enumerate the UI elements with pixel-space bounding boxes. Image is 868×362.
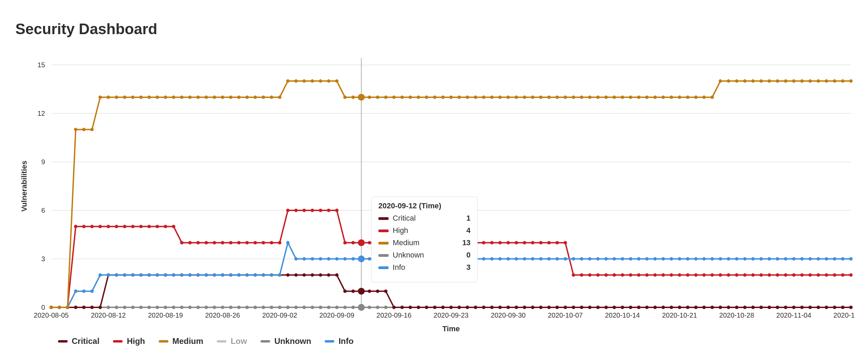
series-dot[interactable] (262, 306, 265, 309)
series-dot[interactable] (229, 306, 233, 309)
series-dot[interactable] (564, 306, 567, 309)
series-dot[interactable] (343, 306, 347, 309)
series-dot[interactable] (392, 306, 396, 309)
series-dot[interactable] (751, 79, 755, 83)
series-dot[interactable] (107, 96, 110, 99)
series-dot[interactable] (131, 96, 135, 99)
series-dot[interactable] (816, 257, 820, 261)
series-dot[interactable] (629, 257, 632, 261)
chart-svg[interactable]: 036912152020-08-052020-08-122020-08-1920… (17, 55, 854, 352)
series-dot[interactable] (172, 96, 175, 99)
series-dot[interactable] (653, 257, 657, 261)
series-dot[interactable] (335, 79, 338, 83)
series-dot[interactable] (115, 225, 118, 228)
series-dot[interactable] (351, 241, 355, 245)
series-dot[interactable] (294, 257, 298, 261)
series-dot[interactable] (392, 96, 396, 99)
series-dot[interactable] (303, 273, 306, 277)
series-dot[interactable] (343, 96, 347, 99)
series-dot[interactable] (686, 273, 689, 277)
series-dot[interactable] (246, 306, 249, 309)
series-dot[interactable] (604, 96, 608, 99)
series-dot[interactable] (82, 290, 86, 293)
series-dot[interactable] (368, 96, 371, 99)
series-dot[interactable] (702, 257, 706, 261)
series-dot[interactable] (180, 96, 183, 99)
series-dot[interactable] (90, 306, 94, 309)
series-dot[interactable] (596, 273, 600, 277)
series-dot[interactable] (237, 96, 241, 99)
series-dot[interactable] (841, 306, 844, 309)
series-dot[interactable] (743, 306, 746, 309)
series-dot[interactable] (547, 241, 551, 245)
series-dot[interactable] (604, 306, 608, 309)
series-dot[interactable] (784, 257, 787, 261)
series-dot[interactable] (107, 225, 110, 228)
series-dot[interactable] (335, 306, 338, 309)
series-dot[interactable] (515, 241, 518, 245)
series-dot[interactable] (498, 306, 502, 309)
series-dot[interactable] (506, 257, 510, 261)
series-dot[interactable] (294, 306, 298, 309)
series-dot[interactable] (776, 273, 779, 277)
series-dot[interactable] (433, 96, 436, 99)
series-dot[interactable] (678, 273, 681, 277)
series-dot[interactable] (637, 96, 641, 99)
series-dot[interactable] (727, 79, 730, 83)
series-dot[interactable] (686, 257, 689, 261)
series-dot[interactable] (694, 96, 698, 99)
series-dot[interactable] (115, 96, 118, 99)
series-dot[interactable] (776, 306, 779, 309)
series-dot[interactable] (343, 257, 347, 261)
series-dot[interactable] (841, 273, 844, 277)
series-dot[interactable] (303, 209, 306, 212)
series-dot[interactable] (816, 306, 820, 309)
series-dot[interactable] (515, 96, 518, 99)
series-dot[interactable] (735, 257, 738, 261)
series-dot[interactable] (58, 306, 61, 309)
series-dot[interactable] (629, 306, 632, 309)
series-dot[interactable] (98, 273, 102, 277)
series-dot[interactable] (792, 273, 796, 277)
series-dot[interactable] (319, 257, 322, 261)
series-dot[interactable] (653, 96, 657, 99)
series-dot[interactable] (50, 306, 53, 309)
series-dot[interactable] (343, 290, 347, 293)
series-dot[interactable] (196, 241, 200, 245)
series-dot[interactable] (262, 241, 265, 245)
series-dot[interactable] (523, 241, 526, 245)
series-dot[interactable] (270, 306, 273, 309)
series-dot[interactable] (776, 257, 779, 261)
series-dot[interactable] (131, 273, 135, 277)
series-dot[interactable] (358, 288, 365, 295)
series-dot[interactable] (294, 209, 298, 212)
series-dot[interactable] (759, 306, 763, 309)
series-dot[interactable] (849, 306, 853, 309)
series-dot[interactable] (229, 96, 233, 99)
series-dot[interactable] (205, 241, 208, 245)
series-dot[interactable] (319, 209, 322, 212)
series-dot[interactable] (653, 273, 657, 277)
series-dot[interactable] (621, 306, 624, 309)
series-dot[interactable] (849, 257, 853, 261)
series-dot[interactable] (343, 241, 347, 245)
series-dot[interactable] (458, 96, 461, 99)
series-dot[interactable] (294, 79, 298, 83)
series-dot[interactable] (482, 306, 486, 309)
series-dot[interactable] (849, 273, 853, 277)
series-dot[interactable] (278, 273, 281, 277)
series-dot[interactable] (580, 306, 583, 309)
legend-item-info[interactable]: Info (325, 336, 353, 346)
series-dot[interactable] (139, 96, 143, 99)
series-dot[interactable] (115, 306, 118, 309)
series-dot[interactable] (833, 306, 836, 309)
series-dot[interactable] (809, 306, 812, 309)
series-dot[interactable] (572, 273, 575, 277)
series-dot[interactable] (670, 273, 673, 277)
series-dot[interactable] (719, 257, 722, 261)
series-dot[interactable] (768, 79, 771, 83)
series-dot[interactable] (735, 273, 738, 277)
series-dot[interactable] (327, 209, 331, 212)
series-dot[interactable] (156, 225, 159, 228)
series-dot[interactable] (205, 273, 208, 277)
